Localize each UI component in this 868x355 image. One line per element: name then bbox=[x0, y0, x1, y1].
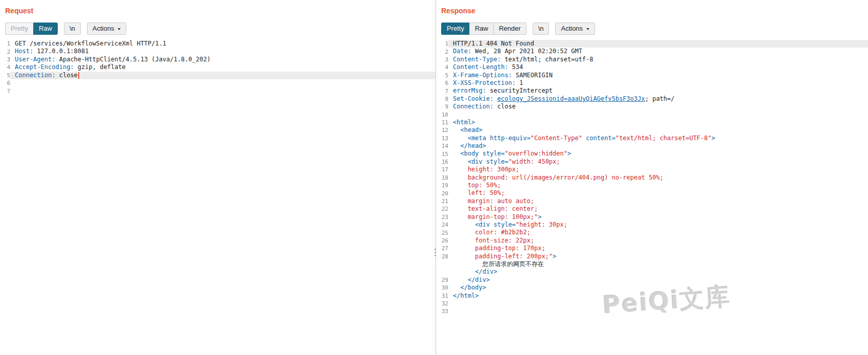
line-number: 28 bbox=[436, 253, 448, 260]
code-line: 2Host: 127.0.0.1:8081 bbox=[0, 48, 436, 55]
code-line: 27 padding-top: 170px; bbox=[436, 245, 868, 252]
line-number: 11 bbox=[436, 119, 448, 126]
line-number: 5 bbox=[0, 72, 10, 79]
response-tabbar: Pretty Raw Render \n Actions bbox=[436, 18, 868, 38]
chevron-down-icon bbox=[118, 28, 121, 30]
code-line: 17 height: 300px; bbox=[436, 166, 868, 173]
request-tab-pretty[interactable]: Pretty bbox=[5, 23, 33, 35]
line-number: 21 bbox=[436, 198, 448, 205]
response-tab-pretty[interactable]: Pretty bbox=[441, 23, 469, 35]
line-number: 15 bbox=[436, 151, 448, 158]
line-number: 4 bbox=[0, 64, 10, 71]
line-number: 13 bbox=[436, 135, 448, 142]
code-line: 30 </body> bbox=[436, 284, 868, 292]
line-number: 33 bbox=[436, 308, 448, 315]
request-actions-label: Actions bbox=[93, 25, 115, 32]
text-cursor bbox=[78, 72, 79, 79]
request-actions-button[interactable]: Actions bbox=[87, 23, 127, 35]
response-editor[interactable]: 1HTTP/1.1 404 Not Found2Date: Wed, 28 Ap… bbox=[436, 38, 868, 355]
request-tab-raw[interactable]: Raw bbox=[33, 23, 58, 35]
line-number: 26 bbox=[436, 237, 448, 244]
line-number: 31 bbox=[436, 293, 448, 299]
code-line: 您所请求的网页不存在 bbox=[436, 260, 868, 268]
code-line: 4Content-Length: 534 bbox=[436, 63, 868, 71]
response-tab-raw[interactable]: Raw bbox=[469, 23, 493, 35]
code-line: 7 bbox=[0, 87, 436, 95]
line-number: 6 bbox=[0, 80, 10, 86]
code-line: 8Set-Cookie: ecology_JSessionid=aaaUyQiA… bbox=[436, 95, 868, 103]
code-line: 5Connection: close bbox=[0, 72, 436, 79]
response-actions-button[interactable]: Actions bbox=[555, 23, 595, 35]
line-number: 27 bbox=[436, 245, 448, 252]
code-line: 18 background: url(/images/error/404.png… bbox=[436, 174, 868, 182]
line-number: 30 bbox=[436, 284, 448, 291]
line-number: 2 bbox=[436, 49, 448, 55]
code-line: 1GET /services/WorkflowServiceXml HTTP/1… bbox=[0, 40, 436, 48]
code-line: </div> bbox=[436, 268, 868, 276]
line-number: 18 bbox=[436, 174, 448, 181]
code-line: 24 <div style="height: 30px; bbox=[436, 221, 868, 229]
response-panel-title: Response bbox=[436, 0, 868, 18]
line-number: 29 bbox=[436, 277, 448, 283]
code-line: 13 <meta http-equiv="Content-Type" conte… bbox=[436, 135, 868, 142]
line-number: 8 bbox=[436, 96, 448, 102]
code-line: 14 </head> bbox=[436, 142, 868, 150]
code-line: 33 bbox=[436, 307, 868, 315]
code-line: 3Content-Type: text/html; charset=utf-8 bbox=[436, 56, 868, 63]
code-line: 26 font-size: 22px; bbox=[436, 237, 868, 245]
line-number: 14 bbox=[436, 143, 448, 149]
splitter-handle-icon[interactable] bbox=[433, 248, 437, 257]
line-number: 7 bbox=[436, 88, 448, 95]
line-number: 12 bbox=[436, 127, 448, 134]
code-line: 6 bbox=[0, 79, 436, 87]
line-number: 1 bbox=[436, 40, 448, 47]
line-number: 6 bbox=[436, 80, 448, 86]
line-number: 3 bbox=[0, 56, 10, 63]
line-number: 9 bbox=[436, 103, 448, 110]
code-line: 16 <div style="width: 450px; bbox=[436, 158, 868, 166]
code-line: 22 text-align: center; bbox=[436, 205, 868, 213]
request-editor[interactable]: 1GET /services/WorkflowServiceXml HTTP/1… bbox=[0, 38, 436, 355]
chevron-down-icon bbox=[586, 28, 589, 30]
line-number: 10 bbox=[436, 112, 448, 118]
line-number: 20 bbox=[436, 190, 448, 197]
line-number: 22 bbox=[436, 206, 448, 212]
code-line: 4Accept-Encoding: gzip, deflate bbox=[0, 63, 436, 71]
request-panel: Request Pretty Raw \n Actions 1GET /serv… bbox=[0, 0, 436, 355]
code-line: 31</html> bbox=[436, 292, 868, 300]
code-line: 12 <head> bbox=[436, 126, 868, 134]
code-line: 15 <body style="overflow:hidden"> bbox=[436, 150, 868, 158]
response-tab-linebreaks[interactable]: \n bbox=[533, 23, 550, 35]
response-view-tabs: Pretty Raw Render bbox=[441, 23, 527, 35]
code-line: 19 top: 50%; bbox=[436, 182, 868, 189]
http-message-viewer: Request Pretty Raw \n Actions 1GET /serv… bbox=[0, 0, 868, 355]
line-number: 24 bbox=[436, 221, 448, 228]
code-line: 6X-XSS-Protection: 1 bbox=[436, 79, 868, 87]
response-actions-label: Actions bbox=[561, 25, 583, 32]
code-line: 28 padding-left: 200px;"> bbox=[436, 253, 868, 260]
code-line: 2Date: Wed, 28 Apr 2021 02:20:52 GMT bbox=[436, 48, 868, 55]
request-panel-title: Request bbox=[0, 0, 436, 18]
line-number: 23 bbox=[436, 214, 448, 220]
line-number: 25 bbox=[436, 230, 448, 236]
request-tabbar: Pretty Raw \n Actions bbox=[0, 18, 436, 38]
code-line: 21 margin: auto auto; bbox=[436, 197, 868, 205]
response-tab-render[interactable]: Render bbox=[493, 23, 527, 35]
line-number: 3 bbox=[436, 56, 448, 63]
line-number: 32 bbox=[436, 300, 448, 307]
code-line: 29 </div> bbox=[436, 276, 868, 284]
code-line: 20 left: 50%; bbox=[436, 189, 868, 197]
code-line: 32 bbox=[436, 300, 868, 307]
code-line: 10 bbox=[436, 111, 868, 119]
code-line: 7errorMsg: securityIntercept bbox=[436, 87, 868, 95]
line-number: 16 bbox=[436, 159, 448, 165]
line-number: 2 bbox=[0, 49, 10, 55]
code-line: 23 margin-top: 100px;"> bbox=[436, 213, 868, 221]
panel-divider[interactable] bbox=[436, 0, 436, 355]
code-line: 9Connection: close bbox=[436, 103, 868, 110]
response-panel: Response Pretty Raw Render \n Actions 1H… bbox=[436, 0, 868, 355]
request-tab-linebreaks[interactable]: \n bbox=[64, 23, 81, 35]
line-number: 7 bbox=[0, 88, 10, 95]
code-line: 11<html> bbox=[436, 119, 868, 126]
line-number: 4 bbox=[436, 64, 448, 71]
